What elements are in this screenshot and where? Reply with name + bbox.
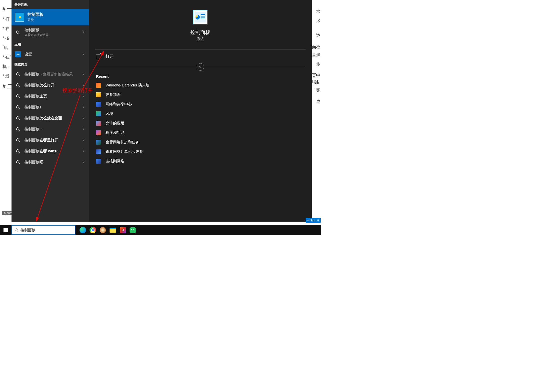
web-result[interactable]: 控制面板吧 (12, 157, 89, 168)
taskbar-edge-icon[interactable] (78, 225, 88, 235)
search-icon (15, 228, 19, 232)
search-results-column: 最佳匹配 控制面板 系统 控制面板 查看更多搜索结果 应用 (12, 0, 89, 222)
web-result[interactable]: 控制面板怎么放在桌面 (12, 113, 89, 124)
see-more-results[interactable]: 控制面板 查看更多搜索结果 (12, 25, 89, 40)
recent-item-icon (96, 159, 101, 164)
web-result[interactable]: 控制面板在哪 win10 (12, 146, 89, 157)
recent-item-icon (96, 140, 101, 145)
best-match-title: 控制面板 (28, 12, 44, 17)
taskbar-intellij-icon[interactable]: IJ (118, 225, 128, 235)
taskbar-chrome-icon[interactable] (88, 225, 98, 235)
best-match-result[interactable]: 控制面板 系统 (12, 9, 89, 25)
apps-header: 应用 (12, 40, 89, 49)
web-result[interactable]: 控制面板 - 查看更多搜索结果 (12, 69, 89, 80)
svg-point-5 (16, 83, 19, 86)
detail-subtitle: 系统 (197, 37, 204, 41)
web-result[interactable]: 控制面板主页 (12, 91, 89, 102)
best-match-header: 最佳匹配 (12, 0, 89, 9)
taskbar-wechat-icon[interactable] (128, 225, 138, 235)
recent-item[interactable]: 区域 (89, 109, 312, 118)
svg-line-4 (19, 75, 20, 76)
svg-point-11 (16, 116, 19, 119)
search-input[interactable] (21, 228, 72, 232)
search-icon (15, 159, 21, 165)
search-icon (15, 104, 21, 110)
recent-item[interactable]: 设备加密 (89, 90, 312, 99)
web-header: 搜索网页 (12, 60, 89, 69)
recent-item[interactable]: 连接到网络 (89, 156, 312, 166)
recent-item-icon (96, 83, 101, 88)
svg-point-17 (16, 149, 19, 152)
svg-point-19 (16, 160, 19, 163)
svg-point-9 (16, 105, 19, 108)
recent-item[interactable]: 查看网络计算机和设备 (89, 147, 312, 156)
control-panel-icon (15, 13, 24, 22)
svg-line-8 (19, 97, 20, 98)
svg-line-20 (19, 163, 20, 164)
recent-item[interactable]: Windows Defender 防火墙 (89, 80, 312, 90)
start-button[interactable] (0, 225, 12, 235)
windows-logo-icon (4, 228, 8, 232)
svg-line-10 (19, 108, 20, 109)
svg-point-3 (16, 72, 19, 75)
open-action[interactable]: 打开 (89, 49, 312, 64)
svg-point-0 (16, 31, 19, 33)
svg-line-16 (19, 141, 20, 142)
recent-item-icon (96, 111, 101, 116)
svg-point-7 (16, 94, 19, 97)
start-search-panel: 最佳匹配 控制面板 系统 控制面板 查看更多搜索结果 应用 (12, 0, 312, 222)
chevron-right-icon (82, 30, 86, 35)
chevron-right-icon (82, 52, 86, 56)
search-icon (15, 126, 21, 132)
settings-app-result[interactable]: 设置 (12, 49, 89, 60)
svg-point-13 (16, 127, 19, 130)
search-icon (15, 148, 21, 154)
search-icon (15, 29, 21, 35)
open-icon (96, 54, 101, 59)
chevron-right-icon (82, 94, 86, 98)
search-icon (15, 115, 21, 121)
taskbar: IJ (0, 225, 321, 235)
gear-icon (15, 51, 21, 57)
svg-point-2 (18, 54, 19, 55)
chevron-right-icon (82, 116, 86, 120)
web-result[interactable]: 控制面板 '' (12, 124, 89, 135)
chevron-right-icon (82, 83, 86, 87)
detail-title: 控制面板 (190, 29, 210, 36)
recent-item-icon (96, 149, 101, 154)
search-icon (15, 137, 21, 143)
search-icon (15, 71, 21, 77)
watermark: W7系统之家 (306, 218, 321, 223)
svg-line-12 (19, 119, 20, 120)
recent-header: Recent (89, 71, 312, 80)
recent-item-icon (96, 92, 101, 97)
web-result[interactable]: 控制面板怎么打开 (12, 80, 89, 91)
svg-line-24 (17, 231, 18, 232)
taskbar-clock-icon[interactable] (98, 225, 108, 235)
expand-button[interactable] (197, 63, 204, 71)
web-result[interactable]: 控制面板在哪里打开 (12, 135, 89, 146)
recent-item-icon (96, 102, 101, 107)
svg-line-18 (19, 152, 20, 153)
search-icon (15, 93, 21, 99)
recent-item-icon (96, 130, 101, 135)
recent-item[interactable]: 网络和共享中心 (89, 99, 312, 109)
control-panel-icon (193, 10, 208, 24)
taskbar-explorer-icon[interactable] (108, 225, 118, 235)
chevron-right-icon (82, 138, 86, 142)
taskbar-search-box[interactable] (12, 225, 75, 235)
recent-item[interactable]: 查看网络状态和任务 (89, 137, 312, 147)
svg-line-14 (19, 130, 20, 131)
chevron-right-icon (82, 149, 86, 153)
web-result[interactable]: 控制面板1 (12, 102, 89, 113)
recent-item-icon (96, 121, 101, 126)
svg-point-15 (16, 138, 19, 141)
svg-line-1 (19, 33, 20, 34)
chevron-right-icon (82, 72, 86, 76)
recent-item[interactable]: 允许的应用 (89, 118, 312, 128)
search-icon (15, 82, 21, 88)
result-detail-pane: 控制面板 系统 打开 Recent Windows Defender 防火墙设备… (89, 0, 312, 222)
chevron-right-icon (82, 105, 86, 109)
recent-item[interactable]: 程序和功能 (89, 128, 312, 137)
svg-point-23 (15, 229, 17, 231)
